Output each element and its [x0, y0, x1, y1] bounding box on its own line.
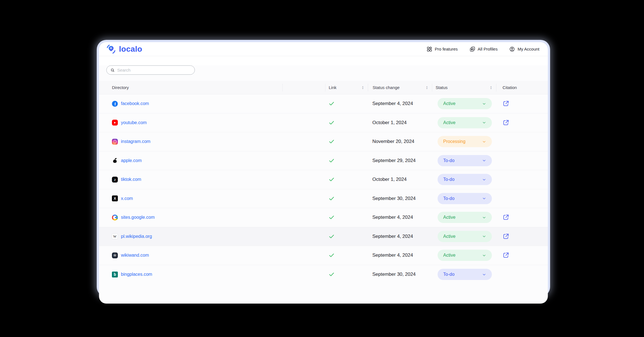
- status-label: To-do: [443, 177, 454, 182]
- status-change-date: November 20, 2024: [372, 139, 414, 144]
- status-label: To-do: [443, 158, 454, 163]
- status-change-date: September 4, 2024: [372, 215, 413, 220]
- apple-icon: [112, 158, 118, 163]
- check-icon: [328, 195, 335, 202]
- chevron-down-icon: [482, 215, 486, 220]
- column-citation: Citation: [503, 85, 517, 90]
- status-change-date: October 1, 2024: [372, 177, 407, 182]
- status-dropdown[interactable]: Active: [438, 250, 492, 261]
- nav-label: Pro features: [435, 47, 458, 51]
- status-change-date: September 30, 2024: [372, 196, 416, 201]
- directory-link[interactable]: instagram.com: [121, 139, 150, 144]
- search-box[interactable]: [106, 65, 195, 75]
- sort-arrows-icon[interactable]: ▲▼: [426, 86, 428, 90]
- table-row: x.com September 30, 2024 To-do: [99, 189, 548, 208]
- table-row: youtube.com October 1, 2024 Active: [99, 113, 548, 133]
- nav-my-account[interactable]: My Account: [509, 46, 539, 52]
- status-dropdown[interactable]: Active: [438, 212, 492, 223]
- account-icon: [509, 46, 515, 52]
- search-input[interactable]: [117, 68, 191, 72]
- table-header: Directory Link ▲▼ Status change ▲▼ Statu…: [99, 81, 548, 94]
- column-directory: Directory: [112, 85, 129, 90]
- status-dropdown[interactable]: Active: [438, 117, 492, 128]
- instagram-icon: [112, 139, 118, 145]
- chevron-down-icon: [482, 158, 486, 163]
- table-row: wikiwand.com September 4, 2024 Active: [99, 246, 548, 265]
- bingplaces-icon: [112, 272, 118, 277]
- status-dropdown[interactable]: Active: [438, 98, 492, 109]
- youtube-icon: [112, 120, 118, 126]
- external-link-icon: [503, 119, 509, 126]
- check-icon: [328, 271, 335, 277]
- nav-label: All Profiles: [478, 47, 498, 51]
- status-label: Processing: [443, 139, 465, 144]
- citation-link-button[interactable]: [502, 214, 510, 221]
- status-dropdown[interactable]: To-do: [438, 155, 492, 166]
- status-dropdown[interactable]: To-do: [438, 193, 492, 204]
- column-spacer: [282, 84, 325, 92]
- app-card: localo Pro features All Prof: [99, 42, 548, 294]
- chevron-down-icon: [482, 120, 486, 125]
- chevron-down-icon: [482, 272, 486, 277]
- sort-arrows-icon[interactable]: ▲▼: [362, 86, 364, 90]
- directory-link[interactable]: apple.com: [121, 158, 142, 163]
- status-change-date: September 30, 2024: [372, 272, 416, 277]
- status-dropdown[interactable]: Active: [438, 231, 492, 242]
- status-label: Active: [443, 120, 456, 125]
- check-icon: [328, 138, 335, 145]
- sort-arrows-icon[interactable]: ▲▼: [490, 86, 492, 90]
- main-content: Directory Link ▲▼ Status change ▲▼ Statu…: [99, 65, 548, 304]
- check-icon: [328, 233, 335, 240]
- profiles-pin-icon: [470, 46, 475, 52]
- search-icon: [111, 68, 115, 72]
- localo-pin-icon: [106, 44, 116, 54]
- status-label: Active: [443, 253, 456, 258]
- citation-link-button[interactable]: [502, 233, 510, 240]
- chevron-down-icon: [482, 140, 486, 144]
- status-label: Active: [443, 101, 456, 106]
- directory-link[interactable]: youtube.com: [121, 120, 147, 125]
- status-dropdown[interactable]: To-do: [438, 269, 492, 280]
- status-change-date: September 29, 2024: [372, 158, 416, 163]
- directory-link[interactable]: bingplaces.com: [121, 272, 152, 277]
- table-row: pl.wikipedia.org September 4, 2024 Activ…: [99, 227, 548, 246]
- directory-link[interactable]: x.com: [121, 196, 133, 201]
- status-change-date: October 1, 2024: [372, 120, 407, 126]
- localo-logo[interactable]: localo: [106, 44, 142, 54]
- citation-link-button[interactable]: [502, 252, 510, 259]
- status-change-date: September 4, 2024: [372, 234, 413, 239]
- table-row: sites.google.com September 4, 2024 Activ…: [99, 208, 548, 227]
- status-label: Active: [443, 215, 456, 220]
- nav-pro-features[interactable]: Pro features: [427, 46, 458, 52]
- tiktok-icon: [112, 177, 118, 183]
- citation-link-button[interactable]: [502, 100, 510, 107]
- table-row: facebook.com September 4, 2024 Active: [99, 94, 548, 113]
- status-label: To-do: [443, 272, 454, 277]
- directory-link[interactable]: pl.wikipedia.org: [121, 234, 152, 239]
- table-row: apple.com September 29, 2024 To-do: [99, 151, 548, 170]
- check-icon: [328, 176, 335, 183]
- external-link-icon: [503, 100, 509, 107]
- x-icon: [112, 195, 118, 201]
- nav-all-profiles[interactable]: All Profiles: [470, 46, 498, 52]
- wikipedia-icon: [112, 233, 118, 239]
- check-icon: [328, 158, 335, 164]
- chevron-down-icon: [482, 253, 486, 258]
- external-link-icon: [503, 252, 509, 259]
- directory-link[interactable]: facebook.com: [121, 101, 149, 106]
- directory-link[interactable]: wikiwand.com: [121, 253, 149, 258]
- directory-link[interactable]: tiktok.com: [121, 177, 141, 182]
- status-dropdown[interactable]: Processing: [438, 136, 492, 147]
- check-icon: [328, 214, 335, 220]
- column-link[interactable]: Link ▲▼: [325, 84, 368, 92]
- status-dropdown[interactable]: To-do: [438, 174, 492, 185]
- directory-link[interactable]: sites.google.com: [121, 215, 155, 220]
- external-link-icon: [503, 233, 509, 240]
- column-status[interactable]: Status ▲▼: [432, 84, 496, 92]
- top-nav: Pro features All Profiles My Account: [427, 46, 539, 52]
- table-row: instagram.com November 20, 2024 Processi…: [99, 132, 548, 151]
- table-row: tiktok.com October 1, 2024 To-do: [99, 170, 548, 189]
- column-status-change[interactable]: Status change ▲▼: [368, 84, 432, 92]
- citation-link-button[interactable]: [502, 119, 510, 126]
- check-icon: [328, 252, 335, 258]
